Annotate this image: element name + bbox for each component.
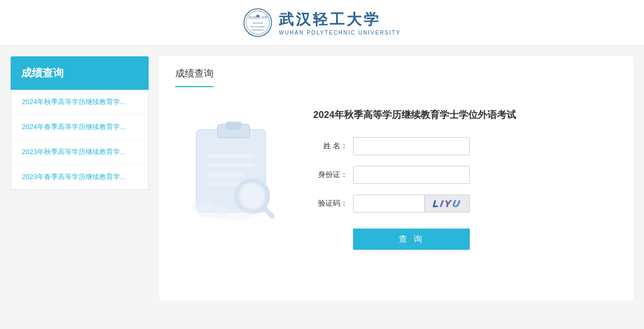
- captcha-text: LIYU: [432, 198, 462, 209]
- sidebar: 成绩查询 2024年秋季高等学历继续教育学... 2024年春季高等学历继续教育…: [11, 56, 149, 301]
- svg-text:POLYTECHNIC: POLYTECHNIC: [251, 26, 265, 28]
- content-body: 2024年秋季高等学历继续教育学士学位外语考试 姓 名： 身份证： 验证码：: [175, 103, 617, 250]
- svg-rect-12: [207, 173, 244, 177]
- captcha-field-group: LIYU: [353, 195, 470, 213]
- header: 武汉轻工大学 WUHAN POLYTECHNIC UNIVERSITY 武汉轻工…: [0, 0, 644, 46]
- form-area: 2024年秋季高等学历继续教育学士学位外语考试 姓 名： 身份证： 验证码：: [313, 103, 617, 250]
- svg-rect-9: [226, 122, 242, 130]
- svg-point-19: [191, 202, 212, 212]
- sidebar-item-3[interactable]: 2023年春季高等学历继续教育学...: [11, 165, 148, 189]
- main-container: 成绩查询 2024年秋季高等学历继续教育学... 2024年春季高等学历继续教育…: [0, 46, 644, 311]
- captcha-image[interactable]: LIYU: [425, 195, 470, 213]
- university-name-cn: 武汉轻工大学: [279, 10, 401, 30]
- form-title: 2024年秋季高等学历继续教育学士学位外语考试: [313, 108, 617, 121]
- sidebar-item-1[interactable]: 2024年春季高等学历继续教育学...: [11, 115, 148, 140]
- svg-point-15: [241, 184, 264, 208]
- submit-button[interactable]: 查 询: [353, 229, 470, 250]
- svg-rect-10: [207, 154, 255, 158]
- content-area: 成绩查询: [159, 56, 633, 301]
- logo-svg: 武汉轻工大学 WUHAN POLYTECHNIC UNIVERSITY: [243, 8, 272, 37]
- name-input[interactable]: [353, 137, 470, 155]
- svg-text:UNIVERSITY: UNIVERSITY: [252, 29, 264, 31]
- svg-rect-11: [207, 163, 255, 167]
- id-label: 身份证：: [313, 170, 348, 180]
- id-input[interactable]: [353, 166, 470, 184]
- university-name-block: 武汉轻工大学 WUHAN POLYTECHNIC UNIVERSITY: [279, 10, 401, 36]
- id-row: 身份证：: [313, 166, 617, 184]
- name-label: 姓 名：: [313, 141, 348, 151]
- captcha-row: 验证码： LIYU: [313, 195, 617, 213]
- sidebar-item-0[interactable]: 2024年秋季高等学历继续教育学...: [11, 90, 148, 115]
- sidebar-item-2[interactable]: 2023年秋季高等学历继续教育学...: [11, 140, 148, 165]
- svg-point-18: [212, 209, 255, 220]
- svg-line-16: [264, 208, 272, 216]
- page-title: 成绩查询: [175, 67, 213, 87]
- captcha-input[interactable]: [353, 195, 425, 213]
- sidebar-menu: 2024年秋季高等学历继续教育学... 2024年春季高等学历继续教育学... …: [11, 90, 149, 190]
- clipboard-icon: [186, 114, 281, 220]
- name-row: 姓 名：: [313, 137, 617, 155]
- university-logo: 武汉轻工大学 WUHAN POLYTECHNIC UNIVERSITY 武汉轻工…: [243, 8, 401, 37]
- university-name-en: WUHAN POLYTECHNIC UNIVERSITY: [279, 30, 401, 36]
- sidebar-title: 成绩查询: [11, 56, 149, 90]
- illustration: [175, 103, 292, 231]
- captcha-label: 验证码：: [313, 199, 348, 208]
- svg-text:WUHAN: WUHAN: [253, 22, 263, 24]
